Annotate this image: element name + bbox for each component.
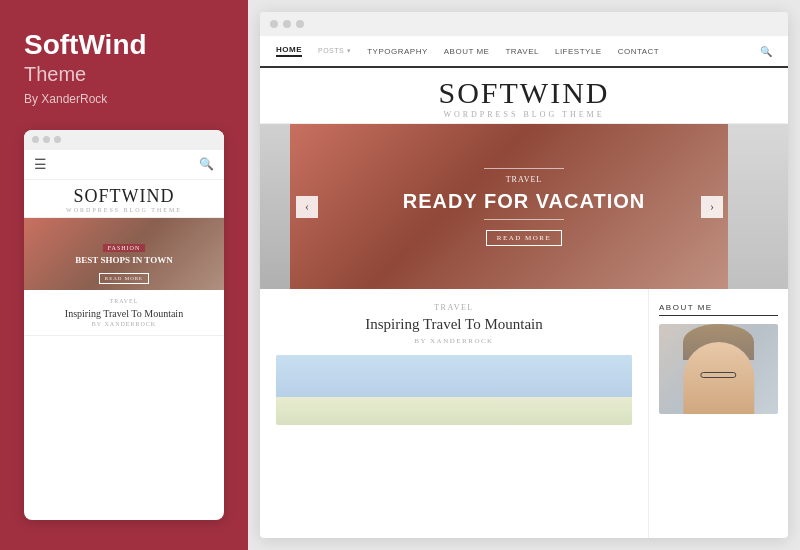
desktop-logo-text: SOFTWIND [260, 76, 788, 110]
right-panel: HOME POSTS ▾ TYPOGRAPHY ABOUT ME TRAVEL … [248, 0, 800, 550]
article-author: BY XANDERROCK [276, 337, 632, 345]
avatar-face [683, 342, 754, 414]
dot-green [54, 136, 61, 143]
brand-name: SoftWind [24, 30, 224, 61]
nav-item-contact[interactable]: CONTACT [618, 47, 660, 56]
mobile-article-category: TRAVEL [34, 298, 214, 304]
desktop-tagline: WORDPRESS BLOG THEME [260, 110, 788, 119]
thumb-ground [276, 397, 632, 425]
mobile-read-more-button[interactable]: READ MORE [99, 273, 149, 284]
dot-red [32, 136, 39, 143]
mobile-logo-text: SOFTWIND [24, 186, 224, 207]
mobile-search-icon[interactable]: 🔍 [199, 157, 214, 172]
hero-title: READY FOR VACATION [403, 190, 645, 213]
avatar-glasses [701, 372, 737, 378]
hero-line-bottom [484, 219, 564, 220]
brand-author: By XanderRock [24, 92, 224, 106]
nav-item-travel[interactable]: TRAVEL [505, 47, 539, 56]
hero-prev-button[interactable]: ‹ [296, 196, 318, 218]
desktop-content: TRAVEL Inspiring Travel To Mountain BY X… [260, 289, 788, 538]
mobile-article-author: BY XANDERROCK [34, 321, 214, 327]
mobile-nav: ☰ 🔍 [24, 150, 224, 180]
mobile-titlebar [24, 130, 224, 150]
dot-yellow [43, 136, 50, 143]
hero-read-more-button[interactable]: READ MORE [486, 230, 563, 246]
desktop-dot-yellow [283, 20, 291, 28]
thumb-sky [276, 355, 632, 397]
nav-item-typography[interactable]: TYPOGRAPHY [367, 47, 428, 56]
mobile-hero: FASHION BEST SHOPS IN TOWN READ MORE [24, 218, 224, 290]
nav-item-lifestyle[interactable]: LIFESTYLE [555, 47, 602, 56]
desktop-main: TRAVEL Inspiring Travel To Mountain BY X… [260, 289, 648, 538]
mobile-article-title: Inspiring Travel To Mountain [34, 308, 214, 319]
mobile-logo-area: SOFTWIND WORDPRESS BLOG THEME [24, 180, 224, 218]
sidebar-avatar [659, 324, 778, 414]
mobile-hero-overlay: FASHION BEST SHOPS IN TOWN READ MORE [24, 230, 224, 290]
nav-item-about[interactable]: ABOUT ME [444, 47, 490, 56]
mobile-hero-title: BEST SHOPS IN TOWN [30, 255, 218, 266]
desktop-sidebar: ABOUT ME [648, 289, 788, 538]
desktop-dot-green [296, 20, 304, 28]
mobile-hero-category: FASHION [103, 244, 146, 252]
hamburger-icon[interactable]: ☰ [34, 156, 47, 173]
article-thumbnail [276, 355, 632, 425]
desktop-titlebar [260, 12, 788, 36]
hero-line-top [484, 168, 564, 169]
brand-subtitle: Theme [24, 63, 224, 86]
nav-item-posts[interactable]: POSTS ▾ [318, 47, 351, 55]
desktop-nav: HOME POSTS ▾ TYPOGRAPHY ABOUT ME TRAVEL … [260, 36, 788, 68]
article-category: TRAVEL [276, 303, 632, 312]
desktop-search-icon[interactable]: 🔍 [760, 46, 772, 57]
hero-category: TRAVEL [506, 175, 543, 184]
nav-item-home[interactable]: HOME [276, 45, 302, 57]
mobile-article: TRAVEL Inspiring Travel To Mountain BY X… [24, 290, 224, 336]
desktop-preview: HOME POSTS ▾ TYPOGRAPHY ABOUT ME TRAVEL … [260, 12, 788, 538]
mobile-tagline: WORDPRESS BLOG THEME [24, 207, 224, 213]
mobile-preview: ☰ 🔍 SOFTWIND WORDPRESS BLOG THEME FASHIO… [24, 130, 224, 520]
sidebar-section-title: ABOUT ME [659, 303, 778, 316]
desktop-hero-slider: TRAVEL READY FOR VACATION READ MORE ‹ › [260, 124, 788, 289]
desktop-logo-area: SOFTWIND WORDPRESS BLOG THEME [260, 68, 788, 124]
left-panel: SoftWind Theme By XanderRock ☰ 🔍 SOFTWIN… [0, 0, 248, 550]
desktop-dot-red [270, 20, 278, 28]
article-title[interactable]: Inspiring Travel To Mountain [276, 316, 632, 333]
hero-next-button[interactable]: › [701, 196, 723, 218]
